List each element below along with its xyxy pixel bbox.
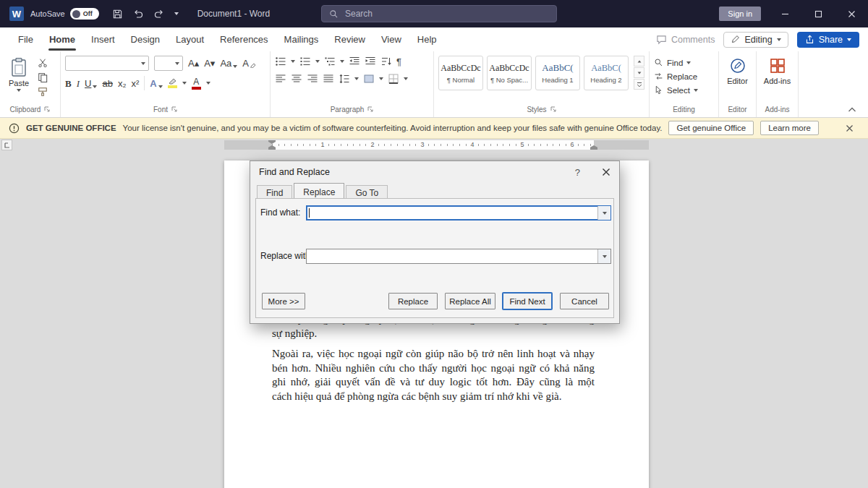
- replace-action-button[interactable]: Replace: [388, 293, 438, 309]
- comments-button[interactable]: Comments: [656, 34, 715, 45]
- replace-with-combobox[interactable]: [306, 249, 611, 264]
- sign-in-button[interactable]: Sign in: [719, 7, 761, 21]
- replace-all-button[interactable]: Replace All: [445, 293, 495, 309]
- tab-help[interactable]: Help: [409, 28, 445, 51]
- justify-icon[interactable]: [323, 73, 334, 85]
- dialog-tab-goto[interactable]: Go To: [346, 185, 388, 198]
- customize-toolbar-chevron-icon[interactable]: [174, 12, 179, 15]
- bullets-icon[interactable]: [275, 56, 286, 67]
- grow-font-button[interactable]: A▴: [188, 59, 199, 68]
- find-what-combobox[interactable]: [306, 205, 611, 221]
- text-effects-button[interactable]: A: [150, 79, 162, 88]
- align-left-icon[interactable]: [275, 73, 286, 85]
- get-genuine-office-button[interactable]: Get genuine Office: [668, 121, 754, 135]
- cancel-button[interactable]: Cancel: [560, 293, 609, 309]
- borders-chevron-icon[interactable]: [404, 77, 408, 80]
- shading-chevron-icon[interactable]: [379, 77, 383, 80]
- shrink-font-button[interactable]: A▾: [204, 59, 215, 68]
- dialog-tab-find[interactable]: Find: [257, 185, 292, 198]
- collapse-ribbon-chevron-icon[interactable]: [848, 107, 856, 113]
- clear-formatting-button[interactable]: A: [242, 59, 256, 68]
- replace-with-dropdown-icon[interactable]: [597, 249, 610, 263]
- share-button[interactable]: Share: [797, 32, 859, 48]
- styles-dialog-launcher-icon[interactable]: [550, 106, 556, 112]
- tab-view[interactable]: View: [373, 28, 409, 51]
- align-right-icon[interactable]: [307, 73, 318, 85]
- redo-icon[interactable]: [153, 8, 165, 20]
- tab-file[interactable]: File: [10, 28, 41, 51]
- tab-insert[interactable]: Insert: [83, 28, 123, 51]
- text-highlight-button[interactable]: [168, 78, 177, 88]
- style-heading1[interactable]: AaBbC( Heading 1: [535, 56, 580, 90]
- borders-icon[interactable]: [388, 73, 399, 85]
- word-app-icon[interactable]: W: [9, 7, 24, 21]
- italic-button[interactable]: I: [77, 79, 80, 88]
- show-paragraph-marks-icon[interactable]: ¶: [396, 57, 401, 67]
- dialog-help-button[interactable]: ?: [575, 167, 580, 178]
- tab-home[interactable]: Home: [41, 28, 83, 51]
- strikethrough-button[interactable]: ab: [102, 79, 112, 88]
- styles-scroll-down-icon[interactable]: [634, 67, 644, 78]
- format-painter-icon[interactable]: [38, 87, 48, 97]
- dialog-tab-replace[interactable]: Replace: [294, 183, 344, 198]
- tab-layout[interactable]: Layout: [168, 28, 212, 51]
- paste-button[interactable]: Paste: [4, 56, 33, 97]
- font-size-combobox[interactable]: [154, 56, 183, 71]
- editor-button[interactable]: Editor: [723, 56, 752, 85]
- align-center-icon[interactable]: [291, 73, 302, 85]
- horizontal-ruler[interactable]: 1 2 3 4 5 6: [0, 139, 868, 151]
- dialog-title-bar[interactable]: Find and Replace ?: [250, 161, 619, 183]
- styles-scroll-up-icon[interactable]: [634, 56, 644, 67]
- shading-icon[interactable]: [363, 73, 375, 85]
- addins-button[interactable]: Add-ins: [761, 56, 793, 85]
- decrease-indent-icon[interactable]: [349, 56, 360, 67]
- numbering-chevron-icon[interactable]: [315, 60, 320, 63]
- tab-design[interactable]: Design: [123, 28, 168, 51]
- clipboard-dialog-launcher-icon[interactable]: [44, 106, 50, 112]
- paragraph-dialog-launcher-icon[interactable]: [367, 106, 373, 112]
- bold-button[interactable]: B: [65, 79, 72, 88]
- minimize-button[interactable]: [768, 0, 801, 27]
- copy-icon[interactable]: [38, 72, 48, 82]
- font-name-combobox[interactable]: [65, 56, 149, 71]
- line-spacing-icon[interactable]: [339, 73, 350, 85]
- increase-indent-icon[interactable]: [365, 56, 376, 67]
- multilevel-list-icon[interactable]: [324, 56, 336, 67]
- font-color-button[interactable]: A: [192, 77, 201, 90]
- style-no-spacing[interactable]: AaBbCcDc ¶ No Spac...: [487, 56, 532, 90]
- more-button[interactable]: More >>: [262, 293, 305, 309]
- search-box[interactable]: Search: [321, 5, 557, 22]
- sort-icon[interactable]: [380, 56, 392, 67]
- editing-mode-button[interactable]: Editing: [723, 32, 788, 48]
- line-spacing-chevron-icon[interactable]: [354, 77, 359, 80]
- cut-icon[interactable]: [38, 58, 48, 68]
- banner-close-icon[interactable]: [846, 124, 859, 132]
- tab-mailings[interactable]: Mailings: [276, 28, 327, 51]
- find-what-dropdown-icon[interactable]: [597, 206, 610, 220]
- multilevel-chevron-icon[interactable]: [340, 60, 344, 63]
- subscript-button[interactable]: x₂: [118, 79, 127, 88]
- font-color-chevron-icon[interactable]: [206, 82, 210, 85]
- highlight-chevron-icon[interactable]: [182, 82, 187, 85]
- find-button[interactable]: Find: [654, 56, 714, 69]
- maximize-button[interactable]: [801, 0, 835, 27]
- numbering-icon[interactable]: [299, 56, 311, 67]
- undo-icon[interactable]: [132, 8, 144, 20]
- save-icon[interactable]: [112, 9, 123, 20]
- style-heading2[interactable]: AaBbC( Heading 2: [584, 56, 629, 90]
- underline-button[interactable]: U: [85, 79, 97, 88]
- styles-gallery-expand-icon[interactable]: [634, 79, 644, 90]
- close-window-button[interactable]: [835, 0, 868, 27]
- tab-review[interactable]: Review: [326, 28, 373, 51]
- superscript-button[interactable]: x²: [131, 79, 139, 88]
- font-dialog-launcher-icon[interactable]: [171, 106, 177, 112]
- learn-more-button[interactable]: Learn more: [760, 121, 819, 135]
- autosave-toggle[interactable]: Off: [70, 8, 99, 20]
- select-button[interactable]: Select: [654, 83, 714, 97]
- find-next-button[interactable]: Find Next: [503, 293, 552, 309]
- dialog-close-icon[interactable]: [602, 168, 610, 176]
- bullets-chevron-icon[interactable]: [291, 60, 295, 63]
- style-normal[interactable]: AaBbCcDc ¶ Normal: [438, 56, 483, 90]
- document-text[interactable]: hữu kỹ năng này sẽ giúp bạn nổi bật và t…: [272, 312, 595, 410]
- tab-references[interactable]: References: [212, 28, 276, 51]
